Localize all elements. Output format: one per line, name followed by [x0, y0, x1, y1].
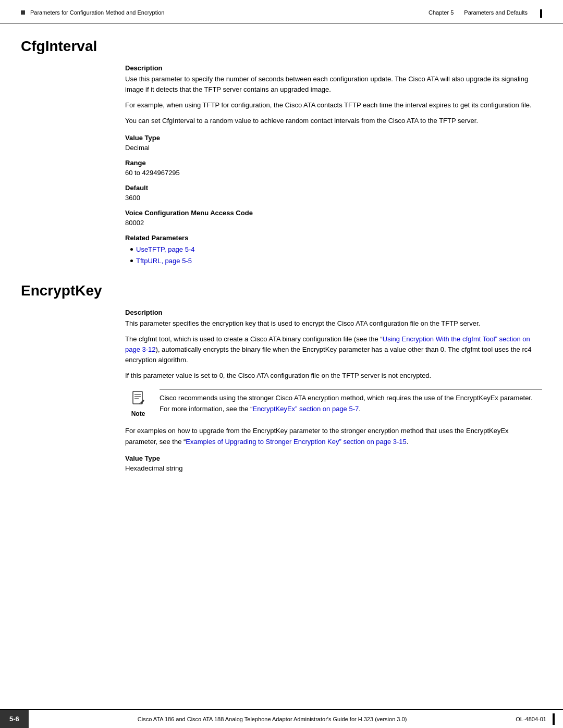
header-left: Parameters for Configuration Method and …	[21, 9, 164, 16]
cfginterval-title: CfgInterval	[21, 38, 542, 55]
footer-page-number: 5-6	[0, 710, 29, 728]
related-param-2-item: TftpURL, page 5-5	[130, 255, 542, 267]
encryptkey-desc-3: If this parameter value is set to 0, the…	[125, 371, 542, 381]
note-box: Note Cisco recommends using the stronger…	[125, 389, 542, 417]
encryptkey-content: Description This parameter specifies the…	[125, 309, 542, 472]
footer-bar-icon	[553, 713, 555, 725]
related-param-1-link[interactable]: UseTFTP, page 5-4	[136, 244, 194, 255]
cfginterval-default-label: Default	[125, 184, 542, 192]
cfginterval-content: Description Use this parameter to specif…	[125, 64, 542, 267]
breadcrumb-text: Parameters for Configuration Method and …	[30, 9, 164, 16]
cfginterval-default: 3600	[125, 194, 542, 202]
cfginterval-description-label: Description	[125, 64, 542, 72]
cfginterval-related-list: UseTFTP, page 5-4 TftpURL, page 5-5	[130, 244, 542, 267]
cfginterval-range-label: Range	[125, 159, 542, 167]
cfginterval-valuetype: Decimal	[125, 144, 542, 152]
cfginterval-voiceconfig: 80002	[125, 219, 542, 227]
encryptkey-desc-4-link[interactable]: Examples of Upgrading to Stronger Encryp…	[186, 438, 406, 446]
encryptkey-valuetype-label: Value Type	[125, 454, 542, 462]
cfginterval-desc-3: You can set CfgInterval to a random valu…	[125, 116, 542, 126]
cfginterval-voiceconfig-label: Voice Configuration Menu Access Code	[125, 209, 542, 217]
footer-center-text: Cisco ATA 186 and Cisco ATA 188 Analog T…	[29, 716, 516, 722]
page-footer: 5-6 Cisco ATA 186 and Cisco ATA 188 Anal…	[0, 709, 563, 728]
footer-right: OL-4804-01	[516, 713, 563, 725]
cfginterval-valuetype-label: Value Type	[125, 134, 542, 142]
header-bar-icon	[540, 9, 542, 18]
encryptkey-valuetype: Hexadecimal string	[125, 464, 542, 472]
encryptkey-desc-2: The cfgfmt tool, which is used to create…	[125, 334, 542, 365]
related-param-1-item: UseTFTP, page 5-4	[130, 244, 542, 255]
footer-right-text: OL-4804-01	[516, 716, 546, 722]
page-header: Parameters for Configuration Method and …	[0, 0, 563, 23]
cfginterval-desc-1: Use this parameter to specify the number…	[125, 74, 542, 95]
encryptkey-description-label: Description	[125, 309, 542, 316]
note-text-after: .	[359, 405, 361, 413]
encryptkey-desc-1: This parameter specifies the encryption …	[125, 318, 542, 329]
cfginterval-desc-2: For example, when using TFTP for configu…	[125, 100, 542, 110]
header-chapter: Chapter 5	[429, 9, 454, 18]
note-icon-col: Note	[125, 389, 151, 417]
encryptkey-desc-2-after: ), automatically encrypts the binary fil…	[125, 346, 531, 364]
encryptkey-desc-4: For examples on how to upgrade from the …	[125, 426, 542, 447]
cfginterval-range: 60 to 4294967295	[125, 169, 542, 177]
page-wrapper: Parameters for Configuration Method and …	[0, 0, 563, 728]
bullet-dot-2	[130, 260, 133, 262]
bullet-dot-1	[130, 248, 133, 251]
header-square-icon	[21, 10, 25, 15]
note-content: Cisco recommends using the stronger Cisc…	[160, 389, 542, 414]
main-content: CfgInterval Description Use this paramet…	[0, 23, 563, 504]
header-title: Parameters and Defaults	[464, 9, 528, 18]
note-label: Note	[131, 410, 145, 417]
cfginterval-related-label: Related Parameters	[125, 234, 542, 242]
note-link[interactable]: EncryptKeyEx” section on page 5-7	[252, 405, 359, 413]
header-right: Chapter 5 Parameters and Defaults	[429, 9, 542, 19]
svg-rect-0	[133, 391, 142, 404]
related-param-2-link[interactable]: TftpURL, page 5-5	[136, 255, 192, 267]
encryptkey-desc-2-before: The cfgfmt tool, which is used to create…	[125, 335, 383, 343]
encryptkey-title: EncryptKey	[21, 282, 542, 299]
encryptkey-desc-4-after: .	[407, 438, 409, 446]
header-right-top: Chapter 5 Parameters and Defaults	[429, 9, 542, 18]
note-pencil-icon	[129, 389, 148, 408]
